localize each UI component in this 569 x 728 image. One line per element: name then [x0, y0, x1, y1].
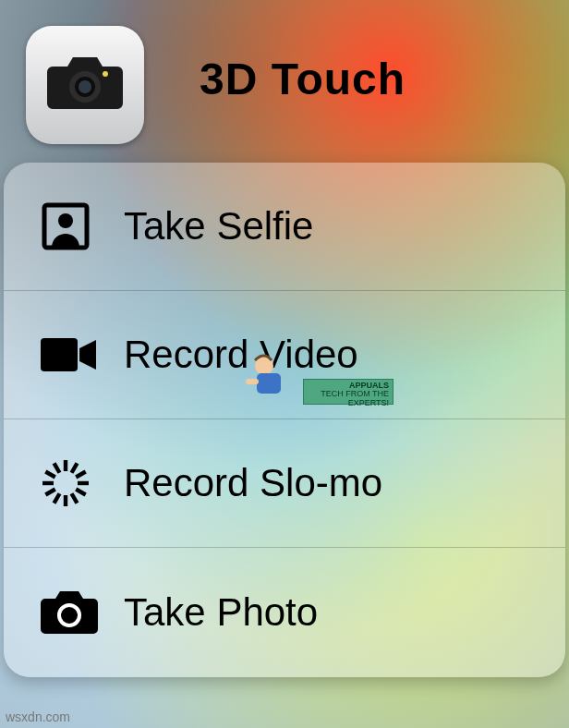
svg-rect-17 [44, 470, 56, 479]
menu-item-label: Take Selfie [124, 204, 313, 249]
svg-rect-9 [75, 470, 87, 479]
quick-actions-menu: Take Selfie Record Video [4, 163, 565, 677]
svg-rect-11 [75, 488, 87, 497]
svg-point-5 [58, 213, 73, 228]
svg-rect-13 [64, 495, 67, 506]
video-icon [41, 336, 124, 373]
camera-icon [41, 591, 124, 634]
svg-rect-15 [44, 488, 56, 497]
selfie-icon [41, 201, 124, 251]
svg-point-3 [103, 71, 108, 77]
watermark-line2: TECH FROM THE EXPERTS! [304, 390, 389, 407]
svg-rect-8 [70, 462, 79, 474]
svg-rect-18 [53, 462, 62, 474]
svg-point-19 [59, 605, 79, 625]
svg-rect-7 [64, 460, 67, 471]
watermark-appuals: APPUALS TECH FROM THE EXPERTS! [238, 351, 395, 406]
svg-rect-21 [257, 373, 281, 394]
slomo-icon [41, 458, 124, 508]
camera-app-icon[interactable] [26, 26, 144, 144]
menu-item-take-selfie[interactable]: Take Selfie [4, 163, 565, 291]
menu-item-label: Take Photo [124, 590, 318, 635]
svg-rect-14 [53, 492, 62, 504]
page-title: 3D Touch [200, 54, 532, 104]
svg-point-2 [79, 80, 91, 93]
svg-rect-16 [42, 481, 54, 485]
svg-rect-22 [246, 379, 259, 384]
camera-icon [45, 55, 125, 115]
menu-item-record-slomo[interactable]: Record Slo-mo [4, 419, 565, 548]
menu-item-take-photo[interactable]: Take Photo [4, 548, 565, 676]
attribution-text: wsxdn.com [6, 710, 70, 724]
svg-rect-6 [41, 338, 78, 371]
svg-rect-10 [78, 481, 89, 485]
svg-rect-12 [70, 492, 79, 504]
menu-item-label: Record Slo-mo [124, 461, 382, 505]
